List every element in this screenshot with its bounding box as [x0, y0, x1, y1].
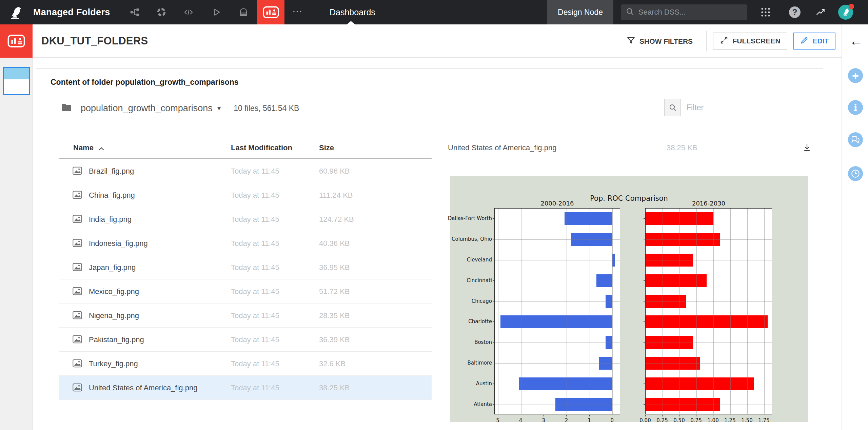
tick-mark: [493, 280, 494, 281]
tick-mark: [493, 321, 494, 322]
file-name: Brazil_fig.png: [89, 159, 134, 183]
more-icon[interactable]: ⋯: [291, 0, 304, 24]
x-tick-label: 0: [602, 417, 622, 424]
category-label: Chicago: [472, 298, 492, 304]
tick-mark: [730, 415, 730, 416]
category-label: Columbus, Ohio: [452, 236, 492, 242]
table-row[interactable]: Mexico_fig.pngToday at 11:4551.72 KB: [59, 279, 432, 304]
gridline: [646, 239, 772, 240]
user-avatar[interactable]: [838, 5, 853, 20]
gridline: [646, 209, 646, 414]
gridline: [544, 209, 544, 414]
image-file-icon: [73, 167, 82, 176]
chevron-down-icon[interactable]: ▾: [217, 104, 221, 112]
table-row[interactable]: Nigeria_fig.pngToday at 11:4528.35 KB: [59, 304, 432, 328]
tick-mark: [662, 415, 663, 416]
table-row[interactable]: India_fig.pngToday at 11:45124.72 KB: [59, 207, 432, 231]
notification-badge: [849, 4, 854, 9]
fullscreen-label: FULLSCREEN: [732, 37, 780, 45]
image-file-icon: [73, 311, 82, 321]
folder-name-dropdown[interactable]: population_growth_comparisons: [81, 103, 213, 114]
design-node-button[interactable]: Design Node: [547, 0, 613, 24]
collapse-panel-icon[interactable]: ←: [849, 34, 863, 47]
tick-mark: [644, 342, 645, 343]
table-row[interactable]: Turkey_fig.pngToday at 11:4532.6 KB: [59, 352, 432, 376]
gridline: [696, 209, 697, 414]
gridline: [646, 405, 772, 405]
chart-plot-left: [494, 208, 620, 414]
gridline: [646, 363, 772, 364]
column-header-last-modification[interactable]: Last Modification: [231, 136, 292, 159]
show-filters-button[interactable]: SHOW FILTERS: [627, 35, 693, 48]
sort-asc-icon: [99, 146, 104, 152]
catalog-ring-icon[interactable]: [157, 7, 166, 17]
tick-mark: [493, 218, 494, 219]
image-file-icon: [73, 383, 82, 393]
tick-mark: [544, 415, 544, 416]
timeline-clock-icon[interactable]: [848, 166, 863, 181]
add-icon[interactable]: +: [848, 68, 863, 83]
activity-trending-icon[interactable]: [815, 7, 825, 17]
filter-input[interactable]: [681, 99, 816, 116]
file-name: Japan_fig.png: [89, 255, 136, 279]
tick-mark: [493, 384, 494, 384]
tick-mark: [764, 415, 764, 416]
right-rail: ← + i: [842, 24, 868, 430]
info-icon[interactable]: i: [848, 100, 863, 115]
category-label: Charlotte: [468, 318, 492, 325]
category-label: Austin: [476, 380, 492, 387]
page-title: DKU_TUT_FOLDERS: [41, 24, 148, 58]
gridline: [567, 209, 567, 414]
discussions-icon[interactable]: [848, 132, 863, 147]
table-row[interactable]: Pakistan_fig.pngToday at 11:4536.39 KB: [59, 328, 432, 352]
image-file-icon: [73, 359, 82, 369]
table-row[interactable]: Indonesia_fig.pngToday at 11:4540.36 KB: [59, 231, 432, 255]
table-row[interactable]: China_fig.pngToday at 11:45111.24 KB: [59, 183, 432, 207]
table-row[interactable]: Japan_fig.pngToday at 11:4536.95 KB: [59, 255, 432, 279]
edit-button[interactable]: EDIT: [793, 33, 835, 50]
image-file-icon: [73, 263, 82, 273]
gridline: [747, 209, 748, 414]
flow-icon[interactable]: [130, 7, 139, 17]
download-icon[interactable]: [803, 143, 811, 153]
gridline: [495, 219, 620, 219]
help-icon[interactable]: ?: [789, 6, 801, 18]
file-name: Nigeria_fig.png: [89, 304, 139, 328]
gridline: [495, 343, 620, 343]
column-header-name[interactable]: Name: [73, 136, 94, 159]
table-row[interactable]: United States of America_fig.pngToday at…: [59, 376, 432, 400]
tick-mark: [644, 363, 645, 363]
file-modified: Today at 11:45: [231, 328, 279, 352]
insight-heading: Content of folder population_growth_comp…: [51, 78, 239, 87]
file-table-body: Brazil_fig.pngToday at 11:4560.96 KBChin…: [59, 159, 432, 400]
gridline: [679, 209, 680, 414]
dataiku-logo-icon[interactable]: [7, 5, 23, 20]
file-modified: Today at 11:45: [231, 279, 279, 304]
x-tick-label: 4: [511, 417, 531, 424]
file-size: 32.6 KB: [319, 352, 346, 376]
notebooks-icon[interactable]: [239, 7, 248, 17]
apps-grid-icon[interactable]: [761, 7, 770, 17]
jobs-play-icon[interactable]: [212, 7, 221, 17]
dashboard-type-icon: [0, 24, 33, 58]
fullscreen-button[interactable]: FULLSCREEN: [713, 33, 787, 50]
gridline: [495, 260, 620, 260]
preview-header: United States of America_fig.png 38.25 K…: [442, 136, 820, 159]
preview-file-name: United States of America_fig.png: [448, 136, 556, 159]
tick-mark: [612, 415, 612, 416]
tick-mark: [493, 342, 494, 343]
dashboards-nav-tile-active[interactable]: [257, 0, 284, 24]
tick-mark: [713, 415, 713, 416]
search-icon: [626, 7, 634, 17]
code-icon[interactable]: [184, 7, 193, 17]
slide-thumbnail-active[interactable]: [3, 67, 30, 95]
files-summary: 10 files, 561.54 KB: [234, 104, 299, 113]
gridline: [713, 209, 714, 414]
gridline: [663, 209, 663, 414]
file-name: Mexico_fig.png: [89, 279, 139, 304]
tick-mark: [644, 404, 645, 405]
table-row[interactable]: Brazil_fig.pngToday at 11:4560.96 KB: [59, 159, 432, 183]
search-input[interactable]: [638, 8, 737, 17]
file-size: 36.95 KB: [319, 255, 350, 279]
column-header-size[interactable]: Size: [319, 136, 334, 159]
